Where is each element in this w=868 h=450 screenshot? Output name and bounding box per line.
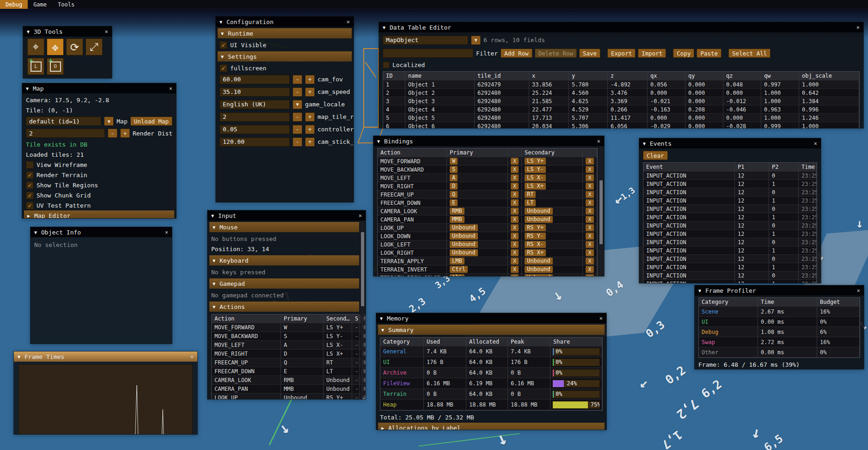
object-value-cell[interactable]: 0.000	[723, 89, 761, 97]
clear-binding-button[interactable]: X	[511, 266, 519, 273]
clear-events-button[interactable]: Clear	[643, 151, 668, 160]
controller_de-decrement-button[interactable]: -	[293, 125, 302, 134]
object-value-cell[interactable]: 0.996	[799, 105, 859, 114]
rotate-tool-button[interactable]: ⟳	[66, 38, 83, 55]
filter-input[interactable]	[383, 49, 473, 58]
key-badge[interactable]: RS Y+	[525, 224, 546, 231]
key-badge[interactable]: RS Y-	[525, 233, 546, 240]
key-badge[interactable]: E	[450, 199, 458, 206]
clear-binding-button[interactable]: X	[586, 274, 594, 276]
key-badge[interactable]: RS X-	[525, 241, 546, 248]
table-select[interactable]: MapObject	[383, 36, 468, 45]
object-value-cell[interactable]: 0.000	[685, 114, 723, 122]
clear-binding-button[interactable]: X	[511, 191, 519, 198]
object-value-cell[interactable]: 6	[383, 122, 405, 128]
clear-binding-button[interactable]: X	[511, 258, 519, 265]
collapse-icon[interactable]: ▼	[383, 25, 385, 30]
object-value-cell[interactable]: 11.417	[608, 114, 648, 122]
object-value-cell[interactable]: 0.048	[723, 80, 761, 89]
close-icon[interactable]: ✕	[169, 85, 172, 92]
object-value-cell[interactable]: 5.780	[569, 80, 608, 89]
clear-binding-button[interactable]: X	[511, 158, 519, 165]
uv-test-pattern-checkbox[interactable]: ✓	[26, 202, 34, 210]
collapse-icon[interactable]: ▼	[27, 29, 30, 34]
object-value-cell[interactable]: 1.000	[761, 114, 799, 122]
object-value-cell[interactable]: 6292480	[475, 89, 529, 97]
memory-titlebar[interactable]: ▼ Memory ✕	[376, 313, 606, 323]
runtime-section[interactable]: ▼ Runtime	[218, 28, 352, 38]
clear-binding-button[interactable]: X	[511, 241, 519, 248]
collapse-icon[interactable]: ▼	[698, 288, 701, 293]
object-value-cell[interactable]: 0.999	[761, 122, 799, 128]
object-value-cell[interactable]: 3.369	[608, 97, 648, 105]
object-value-cell[interactable]: -0.028	[723, 122, 761, 128]
object-value-cell[interactable]: 0.000	[685, 122, 723, 128]
cam_stick_sen-increment-button[interactable]: +	[305, 137, 315, 147]
table-select-dropdown-icon[interactable]: ▼	[471, 36, 481, 45]
events-titlebar[interactable]: ▼ Events ✕	[639, 138, 821, 148]
key-badge[interactable]: LS X-	[525, 174, 546, 181]
object-value-cell[interactable]: 4.560	[569, 89, 608, 97]
collapse-icon[interactable]: ▼	[643, 141, 646, 146]
cam_fov-value-field[interactable]: 60.00	[220, 75, 290, 84]
move-tool-button[interactable]: ✥	[47, 38, 64, 55]
key-badge[interactable]: LS Y-	[525, 166, 546, 173]
map_tile_rend-increment-button[interactable]: +	[305, 112, 315, 122]
object-value-cell[interactable]: 5	[383, 114, 405, 122]
clear-binding-button[interactable]: X	[586, 158, 594, 165]
object-value-cell[interactable]: 17.713	[529, 114, 569, 122]
object-value-cell[interactable]: 4.529	[569, 105, 608, 114]
clear-binding-button[interactable]: X	[586, 216, 594, 223]
map_tile_rend-value-field[interactable]: 2	[220, 112, 290, 122]
clear-binding-button[interactable]: X	[586, 191, 594, 198]
key-badge[interactable]: Unbound	[525, 258, 553, 265]
close-icon[interactable]: ✕	[814, 140, 817, 147]
unload-map-button[interactable]: Unload Map	[130, 117, 172, 126]
menu-item-tools[interactable]: Tools	[52, 0, 80, 9]
clear-binding-button[interactable]: X	[586, 258, 594, 265]
bindings-titlebar[interactable]: ▼ Bindings ✕	[373, 136, 604, 146]
object-value-cell[interactable]: 21.585	[529, 97, 569, 105]
object-value-cell[interactable]: -0.012	[723, 97, 761, 105]
game_locale-dropdown-icon[interactable]: ▼	[293, 100, 302, 109]
collapse-icon[interactable]: ▼	[18, 354, 20, 359]
key-badge[interactable]: Unbound	[525, 274, 553, 276]
game_locale-value-field[interactable]: English (UK)	[220, 100, 290, 109]
object-value-cell[interactable]: 0.208	[685, 105, 723, 114]
object-value-cell[interactable]: -0.046	[723, 105, 761, 114]
object-value-cell[interactable]: 3.476	[608, 89, 648, 97]
object-value-cell[interactable]: -0.021	[648, 97, 685, 105]
object-value-cell[interactable]: 25.224	[529, 89, 569, 97]
clear-binding-button[interactable]: X	[586, 249, 594, 256]
frame-times-titlebar[interactable]: ▼ Frame Times ✕	[14, 351, 197, 362]
close-icon[interactable]: ✕	[359, 212, 362, 219]
clear-binding-button[interactable]: X	[511, 199, 519, 206]
key-badge[interactable]: LT	[525, 199, 536, 206]
select-all-button[interactable]: Select All	[728, 49, 770, 58]
menu-item-game[interactable]: Game	[28, 0, 52, 9]
map-titlebar[interactable]: ▼ Map ✕	[22, 83, 176, 93]
clear-binding-button[interactable]: X	[511, 233, 519, 240]
clear-binding-button[interactable]: X	[586, 166, 594, 173]
object-name-cell[interactable]: Object 4	[405, 105, 475, 114]
copy-button[interactable]: Copy	[673, 49, 694, 58]
object-value-cell[interactable]: 1.000	[761, 97, 799, 105]
render-dist-increment-button[interactable]: +	[120, 129, 130, 138]
mouse-section[interactable]: ▼ Mouse	[209, 222, 359, 232]
object-name-cell[interactable]: Object 2	[405, 89, 475, 97]
object-value-cell[interactable]: -0.163	[648, 105, 685, 114]
localized-checkbox[interactable]	[383, 62, 390, 68]
export-button[interactable]: Export	[607, 49, 636, 58]
key-badge[interactable]: Ctrl	[450, 266, 468, 273]
key-badge[interactable]: A	[450, 174, 458, 181]
collapse-icon[interactable]: ▼	[26, 86, 29, 91]
spawn-l-button[interactable]: +L	[27, 58, 44, 75]
view-wireframe-checkbox[interactable]	[26, 161, 34, 169]
key-badge[interactable]: Unbound	[450, 249, 478, 256]
render-dist-input[interactable]: 2	[26, 129, 105, 138]
menu-item-debug[interactable]: Debug	[0, 0, 28, 9]
collapse-icon[interactable]: ▼	[380, 316, 383, 321]
key-badge[interactable]: RMB	[450, 208, 465, 215]
object-value-cell[interactable]: 1.000	[761, 89, 799, 97]
key-badge[interactable]: W	[450, 158, 458, 165]
